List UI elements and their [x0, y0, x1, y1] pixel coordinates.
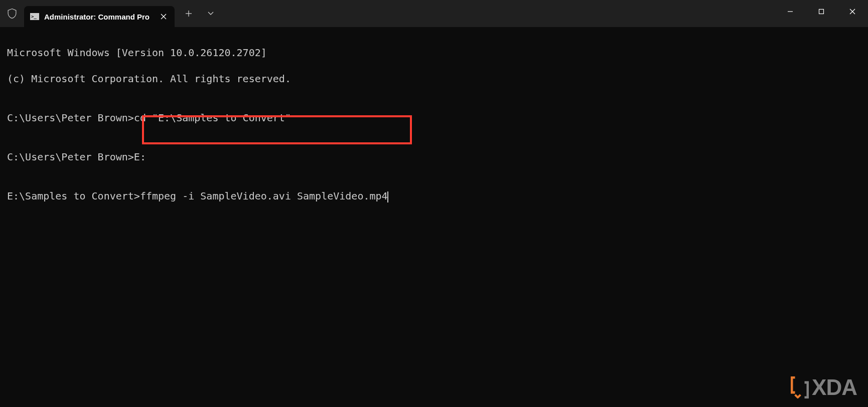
xda-logo-icon — [791, 376, 809, 398]
admin-shield-area — [0, 0, 24, 27]
terminal-prompt: E:\Samples to Convert> — [7, 190, 140, 202]
tab-title: Administrator: Command Pro — [44, 13, 154, 21]
xda-watermark-text: XDA — [812, 375, 857, 400]
minimize-button[interactable] — [775, 0, 806, 23]
tab-controls — [175, 0, 221, 27]
maximize-icon — [818, 9, 824, 15]
close-icon — [849, 9, 855, 15]
terminal-area[interactable]: Microsoft Windows [Version 10.0.26120.27… — [0, 27, 868, 407]
tab-dropdown-button[interactable] — [201, 4, 221, 24]
plus-icon — [185, 10, 192, 17]
window-controls — [775, 0, 868, 23]
close-tab-button[interactable] — [159, 12, 169, 22]
new-tab-button[interactable] — [179, 4, 199, 24]
terminal-line: C:\Users\Peter Brown>cd "E:\Samples to C… — [7, 111, 861, 124]
cursor — [387, 191, 388, 202]
terminal-icon — [30, 13, 39, 20]
terminal-command: ffmpeg -i SampleVideo.avi SampleVideo.mp… — [140, 190, 388, 202]
close-icon — [161, 14, 167, 20]
terminal-line: Microsoft Windows [Version 10.0.26120.27… — [7, 46, 861, 59]
minimize-icon — [787, 9, 793, 15]
close-window-button[interactable] — [837, 0, 868, 23]
titlebar: Administrator: Command Pro — [0, 0, 868, 27]
terminal-line: C:\Users\Peter Brown>E: — [7, 150, 861, 163]
shield-icon — [7, 8, 17, 19]
maximize-button[interactable] — [806, 0, 837, 23]
chevron-down-icon — [208, 12, 214, 16]
svg-rect-5 — [819, 9, 824, 14]
terminal-line: (c) Microsoft Corporation. All rights re… — [7, 72, 861, 85]
active-tab[interactable]: Administrator: Command Pro — [24, 6, 175, 27]
xda-watermark: XDA — [791, 375, 857, 400]
terminal-current-line: E:\Samples to Convert>ffmpeg -i SampleVi… — [7, 189, 861, 202]
